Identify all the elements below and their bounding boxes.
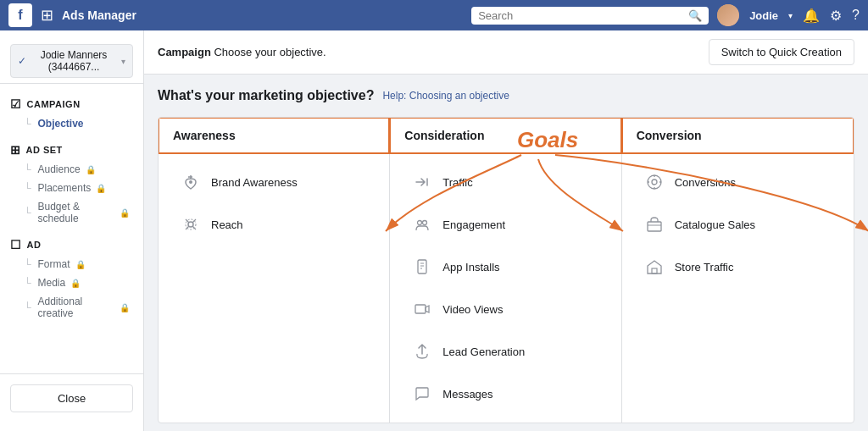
sidebar-item-media[interactable]: └ Media 🔒: [10, 274, 133, 292]
lock-icon: 🔒: [96, 184, 106, 193]
svg-rect-12: [652, 268, 657, 274]
messages-icon: [410, 382, 434, 406]
svg-point-5: [423, 221, 427, 225]
search-input[interactable]: [478, 9, 688, 22]
sidebar-item-audience-label: Audience: [38, 163, 81, 175]
close-button[interactable]: Close: [10, 384, 133, 412]
sidebar-item-objective[interactable]: └ Objective: [10, 114, 133, 133]
account-selector[interactable]: ✓ Jodie Manners (3444667... ▾: [10, 44, 133, 78]
adset-icon: ⊞: [10, 143, 21, 157]
search-icon: 🔍: [688, 9, 702, 22]
objectives-grid: Awareness Brand Awareness: [158, 117, 854, 423]
video-views-label: Video Views: [442, 303, 503, 316]
catalogue-sales-label: Catalogue Sales: [675, 218, 755, 231]
notifications-icon[interactable]: 🔔: [803, 8, 820, 24]
sidebar-item-media-label: Media: [38, 277, 66, 289]
engagement-icon: [410, 213, 434, 236]
conversions-icon: [643, 170, 666, 194]
awareness-items: Brand Awareness Reach: [159, 153, 389, 253]
consideration-header: Consideration: [389, 117, 621, 154]
consideration-column: Consideration Traffic: [390, 118, 621, 423]
svg-rect-7: [415, 305, 426, 313]
objective-traffic[interactable]: Traffic: [397, 162, 614, 202]
objective-app-installs[interactable]: App Installs: [397, 246, 614, 287]
traffic-icon: [410, 170, 434, 194]
objective-catalogue-sales[interactable]: Catalogue Sales: [629, 204, 847, 245]
engagement-label: Engagement: [442, 218, 505, 231]
main-header: Campaign Choose your objective. Switch t…: [144, 30, 868, 75]
campaign-icon: ☑: [10, 97, 22, 111]
sidebar-item-additional[interactable]: └ Additional creative 🔒: [10, 292, 133, 323]
conversion-header: Conversion: [621, 117, 854, 154]
account-label: Jodie Manners (3444667...: [31, 49, 116, 73]
messages-label: Messages: [442, 388, 492, 401]
lock-icon: 🔒: [120, 303, 130, 312]
svg-rect-6: [418, 260, 426, 274]
header-subtitle: Choose your objective.: [214, 46, 326, 58]
content-area: What's your marketing objective? Help: C…: [144, 75, 868, 431]
objective-question: What's your marketing objective?: [158, 88, 374, 103]
svg-point-9: [652, 180, 657, 185]
settings-icon[interactable]: ⚙: [830, 8, 842, 24]
help-link[interactable]: Help: Choosing an objective: [382, 90, 509, 102]
conversions-label: Conversions: [675, 176, 736, 189]
reach-label: Reach: [211, 218, 243, 231]
conversion-column: Conversion Conversions: [622, 118, 854, 423]
app-installs-icon: [410, 255, 434, 279]
app-title: Ads Manager: [62, 8, 136, 22]
account-caret: ▾: [121, 57, 125, 66]
video-views-icon: [410, 297, 434, 321]
sidebar-item-budget-label: Budget & schedule: [38, 201, 114, 224]
conversion-items: Conversions Catalogue Sales: [622, 153, 854, 296]
adset-section: ⊞ Ad set └ Audience 🔒 └ Placements 🔒 └ B…: [0, 136, 143, 231]
catalogue-sales-icon: [643, 213, 666, 236]
sidebar-bottom: Close: [0, 373, 143, 423]
lead-generation-label: Lead Generation: [442, 345, 525, 358]
goals-annotation: Goals: [517, 127, 578, 153]
sidebar-item-placements[interactable]: └ Placements 🔒: [10, 179, 133, 197]
lock-icon: 🔒: [70, 279, 81, 288]
svg-point-4: [418, 221, 422, 225]
facebook-icon[interactable]: f: [8, 3, 32, 27]
svg-point-8: [648, 175, 661, 189]
brand-awareness-label: Brand Awareness: [211, 176, 298, 189]
awareness-header: Awareness: [158, 117, 390, 154]
objective-store-traffic[interactable]: Store Traffic: [629, 246, 847, 287]
quick-creation-button[interactable]: Switch to Quick Creation: [709, 39, 854, 65]
sidebar-item-format[interactable]: └ Format 🔒: [10, 255, 133, 274]
user-menu-caret[interactable]: ▾: [788, 11, 793, 20]
ad-section-title: ☐ Ad: [10, 238, 133, 251]
reach-icon: [179, 213, 203, 236]
objective-engagement[interactable]: Engagement: [397, 204, 614, 245]
ad-icon: ☐: [10, 238, 22, 251]
campaign-section: ☑ Campaign └ Objective: [0, 91, 143, 136]
sidebar: ✓ Jodie Manners (3444667... ▾ ☑ Campaign…: [0, 30, 144, 431]
consideration-items: Traffic Engagement: [390, 153, 620, 423]
sidebar-account: ✓ Jodie Manners (3444667... ▾: [0, 39, 143, 84]
campaign-section-title: ☑ Campaign: [10, 97, 133, 111]
help-icon[interactable]: ?: [852, 8, 860, 23]
objective-reach[interactable]: Reach: [165, 204, 382, 245]
objective-messages[interactable]: Messages: [397, 373, 614, 414]
lock-icon: 🔒: [120, 208, 130, 218]
brand-awareness-icon: [179, 170, 203, 194]
objective-video-views[interactable]: Video Views: [397, 289, 614, 329]
objective-brand-awareness[interactable]: Brand Awareness: [165, 162, 382, 202]
app-installs-label: App Installs: [442, 261, 499, 274]
objective-header: What's your marketing objective? Help: C…: [158, 88, 854, 103]
grid-icon: ⊞: [41, 6, 53, 25]
main-content: Campaign Choose your objective. Switch t…: [144, 30, 868, 431]
traffic-label: Traffic: [442, 176, 472, 189]
adset-section-title: ⊞ Ad set: [10, 143, 133, 157]
user-name[interactable]: Jodie: [749, 9, 778, 22]
check-icon: ✓: [18, 55, 26, 67]
search-bar[interactable]: 🔍: [471, 7, 709, 25]
sidebar-item-audience[interactable]: └ Audience 🔒: [10, 160, 133, 179]
sidebar-item-budget[interactable]: └ Budget & schedule 🔒: [10, 197, 133, 228]
objective-lead-generation[interactable]: Lead Generation: [397, 331, 614, 372]
avatar[interactable]: [717, 4, 739, 26]
lock-icon: 🔒: [75, 260, 86, 269]
objective-conversions[interactable]: Conversions: [629, 162, 847, 202]
lock-icon: 🔒: [86, 165, 96, 174]
svg-rect-10: [648, 222, 661, 231]
